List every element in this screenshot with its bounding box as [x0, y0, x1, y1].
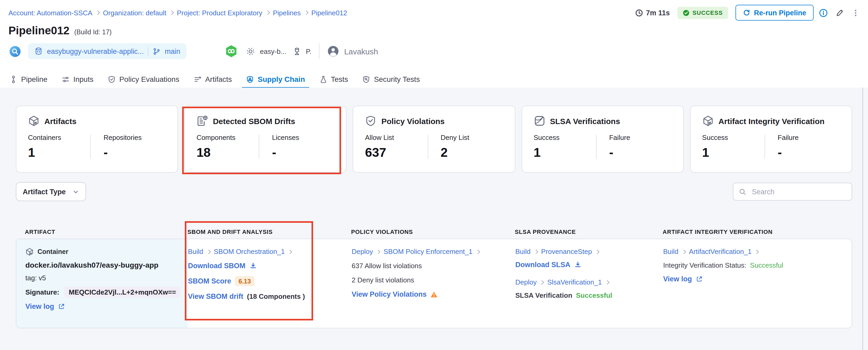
repository-icon [34, 47, 43, 56]
tab-artifacts[interactable]: Artifacts [193, 70, 232, 88]
pipeline-icon [9, 75, 18, 83]
integrity-status-label: Integrity Verification Status: [663, 261, 746, 269]
deny-list-violations: 2 Deny list violations [352, 276, 509, 284]
policy-violations-cell: Deploy SBOM Policy Enforcement_1 637 All… [352, 239, 515, 328]
chevron-right-icon [304, 10, 308, 15]
stat-value: - [609, 145, 671, 160]
rerun-label: Re-run Pipeline [754, 9, 806, 17]
chevron-right-icon [265, 10, 270, 15]
chevron-right-icon [754, 249, 759, 254]
chevron-right-icon [206, 249, 211, 254]
view-policy-violations-link[interactable]: View Policy Violations [352, 290, 427, 298]
signature-label: Signature: [25, 288, 59, 296]
tab-tests[interactable]: Tests [319, 70, 348, 88]
tab-inputs[interactable]: Inputs [62, 70, 93, 88]
kebab-menu-icon[interactable] [851, 8, 860, 17]
scrollbar-track[interactable] [862, 88, 863, 350]
column-header-integrity: ARTIFACT INTEGRITY VERIFICATION [662, 229, 852, 235]
artifact-name: docker.io/lavakush07/easy-buggy-app [25, 261, 182, 269]
container-icon [25, 248, 34, 256]
warning-icon [430, 291, 438, 298]
view-log-link[interactable]: View log [663, 275, 692, 283]
search-box [733, 183, 852, 201]
repo-name[interactable]: easybuggy-vulnerable-applic... [47, 47, 144, 55]
trigger-user: P. [306, 47, 311, 55]
stage-link[interactable]: Deploy [352, 248, 373, 255]
download-slsa-link[interactable]: Download SLSA [515, 261, 570, 269]
chevron-right-icon [595, 249, 599, 254]
tab-policy-evaluations[interactable]: Policy Evaluations [108, 70, 179, 88]
breadcrumb-pipeline012[interactable]: Pipeline012 [311, 9, 347, 17]
sbom-drift-icon [196, 115, 208, 127]
stage-link[interactable]: Build [515, 248, 531, 255]
card-title: Artifact Integrity Verification [719, 117, 825, 125]
chevron-right-icon [475, 249, 480, 254]
check-circle-icon [682, 9, 689, 16]
allow-list-violations: 637 Allow list violations [352, 262, 509, 270]
breadcrumb-project[interactable]: Project: Product Exploratory [177, 9, 262, 17]
table-header-row: ARTIFACT SBOM AND DRIFT ANALYSIS POLICY … [16, 229, 852, 235]
info-icon[interactable] [819, 8, 828, 17]
artifact-type-dropdown[interactable]: Artifact Type [16, 182, 86, 201]
drift-components-count: (18 Components ) [247, 292, 305, 300]
search-input[interactable] [751, 187, 846, 196]
tab-bar: Pipeline Inputs Policy Evaluations Artif… [0, 70, 868, 89]
breadcrumb-org[interactable]: Organization: default [103, 9, 166, 17]
chevron-right-icon [681, 249, 686, 254]
execution-duration: 7m 11s [635, 9, 670, 17]
column-header-sbom: SBOM AND DRIFT ANALYSIS [187, 229, 351, 235]
edit-pencil-icon[interactable] [835, 8, 844, 17]
view-sbom-drift-link[interactable]: View SBOM drift [188, 292, 243, 300]
step-link[interactable]: SBOM Policy Enforcement_1 [383, 248, 472, 255]
clock-icon [635, 9, 643, 17]
rerun-pipeline-button[interactable]: Re-run Pipeline [736, 5, 814, 21]
chevron-right-icon [376, 249, 380, 254]
step-link[interactable]: SlsaVerification_1 [547, 278, 602, 286]
sbom-score-link[interactable]: SBOM Score [188, 277, 231, 285]
download-sbom-link[interactable]: Download SBOM [188, 262, 246, 270]
download-icon[interactable] [574, 261, 582, 269]
status-badge: SUCCESS [677, 7, 728, 19]
package-icon [28, 115, 40, 127]
breadcrumb-pipelines[interactable]: Pipelines [273, 9, 301, 17]
stage-link[interactable]: Build [188, 248, 203, 255]
stat-value: 1 [533, 145, 596, 160]
step-link[interactable]: SBOM Orchestration_1 [214, 248, 285, 255]
summary-cards: Artifacts Containers1 Repositories- Dete… [16, 105, 852, 172]
step-link[interactable]: ArtifactVerification_1 [689, 248, 751, 255]
external-link-icon [58, 303, 65, 310]
breadcrumb-account[interactable]: Account: Automation-SSCA [8, 9, 92, 17]
webhook-trigger-icon [225, 44, 238, 58]
trigger-name[interactable]: easy-b... [260, 47, 286, 55]
shield-check-icon [365, 115, 377, 127]
chevron-right-icon [95, 10, 100, 15]
chevron-right-icon [539, 280, 544, 285]
stat-value: 18 [196, 145, 259, 160]
page-title: Pipeline012 [8, 24, 69, 37]
stat-value: 637 [365, 145, 427, 160]
card-title: SLSA Verifications [550, 117, 620, 125]
artifacts-list-icon [193, 75, 202, 83]
branch-name[interactable]: main [165, 47, 180, 55]
integrity-status-value: Successful [750, 261, 783, 269]
view-log-link[interactable]: View log [25, 303, 54, 310]
stat-value: 1 [702, 145, 765, 160]
card-title: Policy Violations [381, 117, 445, 125]
column-header-policy: POLICY VIOLATIONS [351, 229, 515, 235]
artifact-type-label: Artifact Type [23, 188, 66, 196]
signature-value: MEQCICde2Vjl...L+2+mqnOXw== [65, 287, 180, 298]
tab-supply-chain[interactable]: Supply Chain [246, 70, 305, 88]
card-detected-sbom-drifts: Detected SBOM Drifts Components18 Licens… [184, 105, 346, 172]
divider [319, 43, 319, 59]
card-artifact-integrity: Artifact Integrity Verification Success1… [690, 105, 852, 172]
stage-link[interactable]: Build [663, 248, 678, 255]
tab-pipeline[interactable]: Pipeline [9, 70, 48, 88]
stat-value: - [103, 145, 166, 160]
tab-security-tests[interactable]: Security Tests [363, 70, 420, 88]
external-link-icon [695, 276, 703, 282]
card-slsa-verifications: SLSA Verifications Success1 Failure- [521, 105, 683, 172]
step-link[interactable]: ProvenanceStep [541, 248, 592, 255]
slsa-status-value: Successful [576, 291, 612, 299]
download-icon[interactable] [249, 262, 257, 270]
stage-link[interactable]: Deploy [515, 278, 537, 286]
